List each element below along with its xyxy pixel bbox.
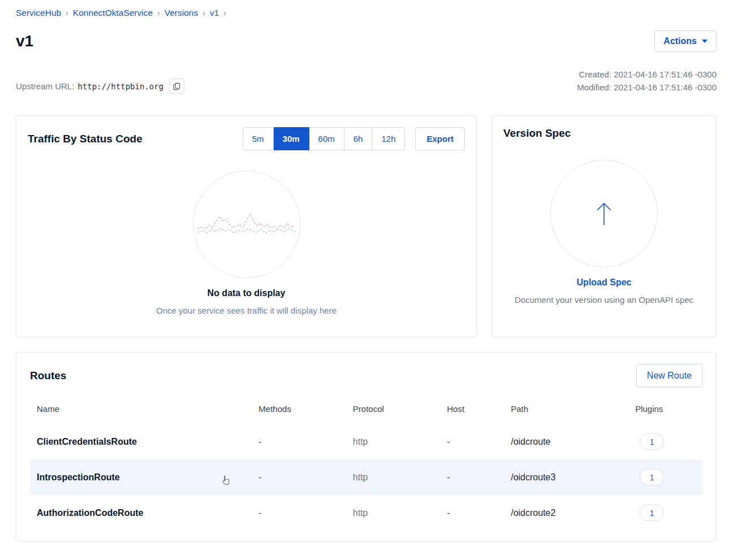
page: ServiceHub › KonnectOktaService › Versio…: [0, 0, 729, 556]
upstream-url: Upstream URL: http://httpbin.org: [16, 79, 184, 94]
export-button[interactable]: Export: [415, 127, 465, 150]
meta-row: Upstream URL: http://httpbin.org Created…: [16, 68, 717, 94]
column-header-path: Path: [504, 394, 628, 424]
upload-spec-circle[interactable]: [550, 160, 658, 267]
routes-card: Routes New Route Name Methods Protocol H…: [16, 352, 717, 541]
route-methods: -: [252, 424, 346, 459]
column-header-protocol: Protocol: [346, 394, 440, 424]
table-row-authorizationcoderoute[interactable]: AuthorizationCodeRoute - http - /oidcrou…: [30, 495, 702, 531]
routes-card-title: Routes: [30, 370, 66, 382]
route-host: -: [440, 495, 504, 531]
traffic-card-header: Traffic By Status Code 5m 30m 60m 6h 12h…: [28, 127, 465, 150]
traffic-empty-title: No data to display: [28, 288, 465, 298]
breadcrumb-version-v1[interactable]: v1: [210, 8, 219, 18]
route-path: /oidcroute3: [504, 459, 628, 495]
version-spec-title: Version Spec: [503, 127, 571, 139]
copy-button[interactable]: [169, 79, 184, 94]
time-range-6h[interactable]: 6h: [344, 127, 373, 150]
route-methods: -: [252, 459, 346, 495]
breadcrumb-servicehub[interactable]: ServiceHub: [16, 8, 61, 18]
routes-table-header-row: Name Methods Protocol Host Path Plugins: [30, 394, 702, 424]
time-range-12h[interactable]: 12h: [372, 127, 405, 150]
time-range-selector: 5m 30m 60m 6h 12h: [243, 127, 406, 150]
route-host: -: [440, 424, 504, 459]
routes-card-header: Routes New Route: [30, 364, 702, 387]
time-range-60m[interactable]: 60m: [309, 127, 344, 150]
breadcrumb-service[interactable]: KonnectOktaService: [73, 8, 153, 18]
route-protocol: http: [346, 495, 440, 531]
upload-spec-link[interactable]: Upload Spec: [503, 277, 705, 288]
plugins-count-badge[interactable]: 1: [640, 433, 664, 450]
route-name[interactable]: ClientCredentialsRoute: [30, 424, 252, 459]
time-range-5m[interactable]: 5m: [243, 127, 274, 150]
column-header-methods: Methods: [252, 394, 346, 424]
version-spec-empty-state: Upload Spec Document your version using …: [503, 160, 705, 305]
traffic-card: Traffic By Status Code 5m 30m 60m 6h 12h…: [16, 115, 477, 337]
cards-row: Traffic By Status Code 5m 30m 60m 6h 12h…: [16, 115, 717, 337]
breadcrumb-versions[interactable]: Versions: [165, 8, 198, 18]
route-path: /oidcroute: [504, 424, 628, 459]
chevron-down-icon: [702, 40, 708, 43]
plugins-count-badge[interactable]: 1: [640, 505, 664, 521]
route-protocol: http: [346, 459, 440, 495]
route-methods: -: [252, 495, 346, 531]
route-path: /oidcroute2: [504, 495, 628, 531]
upstream-url-label: Upstream URL:: [16, 81, 74, 91]
plugins-count-badge[interactable]: 1: [640, 469, 664, 485]
table-row-clientcredentialsroute[interactable]: ClientCredentialsRoute - http - /oidcrou…: [30, 424, 702, 459]
column-header-name: Name: [30, 394, 252, 424]
new-route-button[interactable]: New Route: [636, 364, 702, 387]
sparkline-placeholder-icon: [197, 205, 296, 244]
route-name[interactable]: IntrospectionRoute: [30, 459, 252, 495]
table-row-introspectionroute[interactable]: IntrospectionRoute - http - /oidcroute3 …: [30, 459, 702, 495]
route-protocol: http: [346, 424, 440, 459]
timestamps: Created: 2021-04-16 17:51:46 -0300 Modif…: [577, 68, 717, 94]
version-spec-header: Version Spec: [503, 127, 705, 140]
routes-table: Name Methods Protocol Host Path Plugins …: [30, 394, 702, 531]
actions-button[interactable]: Actions: [654, 31, 717, 52]
actions-button-label: Actions: [663, 36, 697, 46]
traffic-empty-subtitle: Once your service sees traffic it will d…: [28, 306, 465, 315]
column-header-plugins: Plugins: [628, 394, 702, 424]
route-name[interactable]: AuthorizationCodeRoute: [30, 495, 252, 531]
arrow-up-icon: [592, 200, 616, 227]
traffic-card-title: Traffic By Status Code: [28, 133, 143, 145]
page-title: v1: [16, 32, 33, 50]
upstream-url-value: http://httpbin.org: [77, 82, 163, 91]
route-plugins-cell: 1: [628, 495, 702, 531]
traffic-empty-state: No data to display Once your service see…: [28, 171, 465, 315]
created-timestamp: Created: 2021-04-16 17:51:46 -0300: [577, 68, 717, 81]
route-host: -: [440, 459, 504, 495]
route-plugins-cell: 1: [628, 424, 702, 459]
version-spec-card: Version Spec Upload Spec Document your v…: [491, 115, 717, 337]
time-range-30m[interactable]: 30m: [274, 127, 309, 150]
breadcrumb-separator: ›: [66, 8, 68, 18]
route-plugins-cell: 1: [628, 459, 702, 495]
breadcrumb: ServiceHub › KonnectOktaService › Versio…: [16, 8, 717, 18]
page-header: v1 Actions: [16, 31, 717, 52]
column-header-host: Host: [440, 394, 504, 424]
modified-timestamp: Modified: 2021-04-16 17:51:46 -0300: [577, 81, 717, 94]
copy-icon: [173, 83, 180, 90]
breadcrumb-separator: ›: [157, 8, 160, 18]
traffic-empty-circle: [193, 171, 300, 278]
breadcrumb-separator: ›: [202, 8, 205, 18]
breadcrumb-separator: ›: [223, 8, 226, 18]
version-spec-subtitle: Document your version using an OpenAPI s…: [503, 295, 705, 305]
